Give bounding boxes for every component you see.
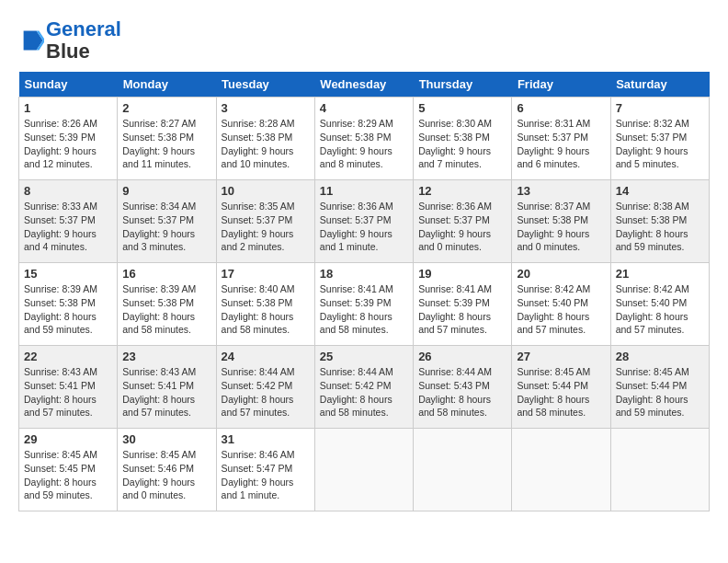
day-number: 24 — [222, 350, 310, 363]
logo: GeneralBlue — [18, 18, 121, 63]
day-info: Sunrise: 8:27 AM Sunset: 5:38 PM Dayligh… — [122, 117, 210, 171]
calendar-cell — [414, 429, 512, 511]
calendar-cell: 5Sunrise: 8:30 AM Sunset: 5:38 PM Daylig… — [414, 98, 512, 180]
calendar-cell: 31Sunrise: 8:46 AM Sunset: 5:47 PM Dayli… — [216, 429, 314, 511]
calendar-cell: 1Sunrise: 8:26 AM Sunset: 5:39 PM Daylig… — [19, 98, 118, 180]
day-info: Sunrise: 8:26 AM Sunset: 5:39 PM Dayligh… — [24, 117, 112, 171]
day-number: 11 — [320, 184, 408, 198]
calendar-cell: 15Sunrise: 8:39 AM Sunset: 5:38 PM Dayli… — [19, 263, 118, 346]
day-info: Sunrise: 8:46 AM Sunset: 5:47 PM Dayligh… — [222, 448, 310, 502]
calendar-cell: 4Sunrise: 8:29 AM Sunset: 5:38 PM Daylig… — [314, 98, 413, 180]
calendar-cell: 9Sunrise: 8:34 AM Sunset: 5:37 PM Daylig… — [118, 180, 216, 263]
calendar-cell — [610, 429, 709, 511]
day-info: Sunrise: 8:33 AM Sunset: 5:37 PM Dayligh… — [24, 200, 112, 254]
day-number: 8 — [24, 184, 112, 198]
day-info: Sunrise: 8:28 AM Sunset: 5:38 PM Dayligh… — [222, 117, 310, 171]
day-number: 29 — [24, 432, 112, 446]
day-number: 13 — [517, 184, 605, 198]
day-info: Sunrise: 8:45 AM Sunset: 5:44 PM Dayligh… — [517, 365, 605, 419]
day-info: Sunrise: 8:44 AM Sunset: 5:42 PM Dayligh… — [320, 365, 408, 419]
day-info: Sunrise: 8:41 AM Sunset: 5:39 PM Dayligh… — [418, 282, 506, 337]
calendar-cell: 3Sunrise: 8:28 AM Sunset: 5:38 PM Daylig… — [216, 98, 314, 180]
logo-icon — [18, 28, 44, 53]
day-number: 14 — [616, 184, 704, 198]
day-info: Sunrise: 8:39 AM Sunset: 5:38 PM Dayligh… — [122, 282, 210, 337]
calendar-cell: 29Sunrise: 8:45 AM Sunset: 5:45 PM Dayli… — [19, 429, 118, 511]
day-info: Sunrise: 8:44 AM Sunset: 5:42 PM Dayligh… — [222, 365, 310, 419]
calendar-header-row: SundayMondayTuesdayWednesdayThursdayFrid… — [19, 72, 710, 98]
calendar-week-row: 1Sunrise: 8:26 AM Sunset: 5:39 PM Daylig… — [19, 98, 710, 180]
day-info: Sunrise: 8:44 AM Sunset: 5:43 PM Dayligh… — [418, 365, 506, 419]
calendar-cell: 19Sunrise: 8:41 AM Sunset: 5:39 PM Dayli… — [414, 263, 512, 346]
logo-text: GeneralBlue — [46, 18, 121, 63]
calendar-cell: 23Sunrise: 8:43 AM Sunset: 5:41 PM Dayli… — [118, 346, 216, 429]
calendar-cell: 16Sunrise: 8:39 AM Sunset: 5:38 PM Dayli… — [118, 263, 216, 346]
day-number: 12 — [418, 184, 506, 198]
day-info: Sunrise: 8:31 AM Sunset: 5:37 PM Dayligh… — [517, 117, 605, 171]
day-info: Sunrise: 8:38 AM Sunset: 5:38 PM Dayligh… — [616, 200, 704, 254]
calendar-cell: 13Sunrise: 8:37 AM Sunset: 5:38 PM Dayli… — [512, 180, 610, 263]
day-number: 27 — [517, 350, 605, 363]
calendar-cell: 11Sunrise: 8:36 AM Sunset: 5:37 PM Dayli… — [314, 180, 413, 263]
day-info: Sunrise: 8:42 AM Sunset: 5:40 PM Dayligh… — [616, 282, 704, 337]
day-number: 26 — [418, 350, 506, 363]
day-number: 9 — [122, 184, 210, 198]
day-number: 17 — [222, 267, 310, 281]
calendar-week-row: 8Sunrise: 8:33 AM Sunset: 5:37 PM Daylig… — [19, 180, 710, 263]
calendar-cell: 6Sunrise: 8:31 AM Sunset: 5:37 PM Daylig… — [512, 98, 610, 180]
calendar-cell: 28Sunrise: 8:45 AM Sunset: 5:44 PM Dayli… — [610, 346, 709, 429]
calendar-cell: 14Sunrise: 8:38 AM Sunset: 5:38 PM Dayli… — [610, 180, 709, 263]
day-number: 30 — [122, 432, 210, 446]
calendar-cell: 2Sunrise: 8:27 AM Sunset: 5:38 PM Daylig… — [118, 98, 216, 180]
day-info: Sunrise: 8:29 AM Sunset: 5:38 PM Dayligh… — [320, 117, 408, 171]
calendar-cell: 27Sunrise: 8:45 AM Sunset: 5:44 PM Dayli… — [512, 346, 610, 429]
day-info: Sunrise: 8:43 AM Sunset: 5:41 PM Dayligh… — [24, 365, 112, 419]
day-number: 19 — [418, 267, 506, 281]
day-number: 15 — [24, 267, 112, 281]
header-monday: Monday — [118, 72, 216, 98]
day-info: Sunrise: 8:34 AM Sunset: 5:37 PM Dayligh… — [122, 200, 210, 254]
calendar-cell: 18Sunrise: 8:41 AM Sunset: 5:39 PM Dayli… — [314, 263, 413, 346]
day-number: 3 — [222, 101, 310, 115]
day-info: Sunrise: 8:39 AM Sunset: 5:38 PM Dayligh… — [24, 282, 112, 337]
calendar-week-row: 15Sunrise: 8:39 AM Sunset: 5:38 PM Dayli… — [19, 263, 710, 346]
header-wednesday: Wednesday — [314, 72, 413, 98]
day-info: Sunrise: 8:37 AM Sunset: 5:38 PM Dayligh… — [517, 200, 605, 254]
header-thursday: Thursday — [414, 72, 512, 98]
day-info: Sunrise: 8:32 AM Sunset: 5:37 PM Dayligh… — [616, 117, 704, 171]
page-header: GeneralBlue — [18, 18, 710, 63]
calendar-cell: 30Sunrise: 8:45 AM Sunset: 5:46 PM Dayli… — [118, 429, 216, 511]
day-number: 1 — [24, 101, 112, 115]
calendar-cell — [314, 429, 413, 511]
calendar-week-row: 22Sunrise: 8:43 AM Sunset: 5:41 PM Dayli… — [19, 346, 710, 429]
header-sunday: Sunday — [19, 72, 118, 98]
day-number: 23 — [122, 350, 210, 363]
day-number: 28 — [616, 350, 704, 363]
day-number: 4 — [320, 101, 408, 115]
calendar-cell: 17Sunrise: 8:40 AM Sunset: 5:38 PM Dayli… — [216, 263, 314, 346]
day-number: 10 — [222, 184, 310, 198]
calendar-cell: 24Sunrise: 8:44 AM Sunset: 5:42 PM Dayli… — [216, 346, 314, 429]
day-info: Sunrise: 8:30 AM Sunset: 5:38 PM Dayligh… — [418, 117, 506, 171]
calendar-cell: 20Sunrise: 8:42 AM Sunset: 5:40 PM Dayli… — [512, 263, 610, 346]
calendar-cell — [512, 429, 610, 511]
day-info: Sunrise: 8:45 AM Sunset: 5:46 PM Dayligh… — [122, 448, 210, 502]
calendar-cell: 10Sunrise: 8:35 AM Sunset: 5:37 PM Dayli… — [216, 180, 314, 263]
day-number: 6 — [517, 101, 605, 115]
calendar-cell: 25Sunrise: 8:44 AM Sunset: 5:42 PM Dayli… — [314, 346, 413, 429]
day-number: 22 — [24, 350, 112, 363]
day-number: 25 — [320, 350, 408, 363]
day-info: Sunrise: 8:45 AM Sunset: 5:45 PM Dayligh… — [24, 448, 112, 502]
day-number: 5 — [418, 101, 506, 115]
day-number: 21 — [616, 267, 704, 281]
day-number: 31 — [222, 432, 310, 446]
day-info: Sunrise: 8:41 AM Sunset: 5:39 PM Dayligh… — [320, 282, 408, 337]
calendar-table: SundayMondayTuesdayWednesdayThursdayFrid… — [18, 72, 710, 511]
header-saturday: Saturday — [610, 72, 709, 98]
calendar-cell: 8Sunrise: 8:33 AM Sunset: 5:37 PM Daylig… — [19, 180, 118, 263]
calendar-cell: 12Sunrise: 8:36 AM Sunset: 5:37 PM Dayli… — [414, 180, 512, 263]
header-friday: Friday — [512, 72, 610, 98]
day-number: 20 — [517, 267, 605, 281]
day-info: Sunrise: 8:35 AM Sunset: 5:37 PM Dayligh… — [222, 200, 310, 254]
day-number: 18 — [320, 267, 408, 281]
